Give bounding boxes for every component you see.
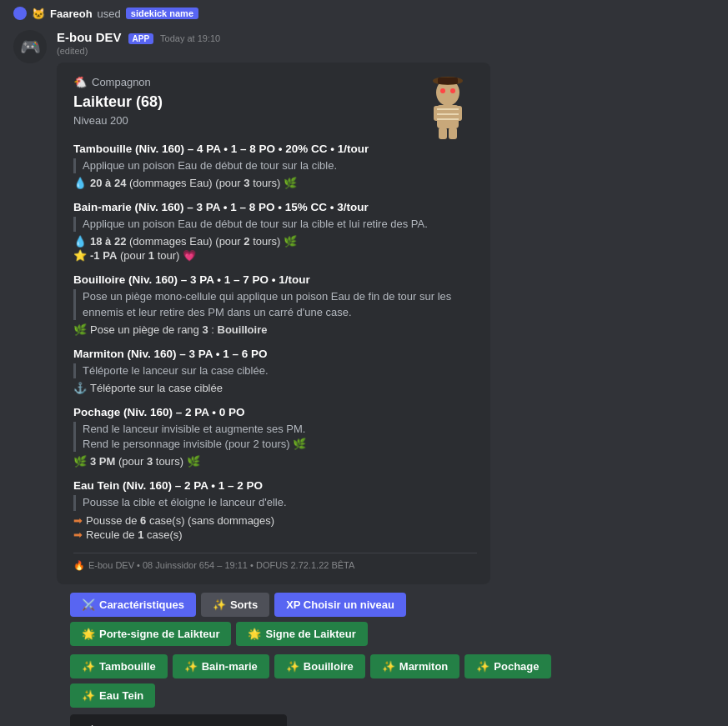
user-avatar-small — [13, 7, 27, 20]
pet-level: Niveau 200 — [73, 114, 163, 127]
app-badge: APP — [128, 33, 154, 44]
message-content: E-bou DEV APP Today at 19:10 (edited) 🐔 … — [57, 30, 715, 726]
sorts-icon: ✨ — [213, 598, 226, 611]
sorts-button[interactable]: ✨ Sorts — [201, 593, 269, 617]
spell-effect-2b: ⭐ -1 PA (pour 1 tour) 💗 — [73, 249, 477, 262]
message-header: E-bou DEV APP Today at 19:10 — [57, 30, 715, 44]
companion-icon: 🐔 — [73, 76, 87, 88]
spell-title-4: Marmiton (Niv. 160) – 3 PA • 1 – 6 PO — [73, 348, 477, 360]
spells-container: Tambouille (Niv. 160) – 4 PA • 1 – 8 PO … — [73, 143, 477, 541]
footer-icon: 🔥 — [73, 560, 85, 571]
spell-title-5: Pochage (Niv. 160) – 2 PA • 0 PO — [73, 406, 477, 418]
spell-buttons-row: ✨ Tambouille ✨ Bain-marie ✨ Bouilloire ✨… — [57, 654, 624, 678]
signe-button[interactable]: 🌟 Signe de Laikteur — [236, 622, 367, 646]
spell-bouilloire: Bouilloire (Niv. 160) – 3 PA • 1 – 7 PO … — [73, 273, 477, 335]
bot-name: E-bou DEV — [57, 30, 122, 44]
spell-desc-6: Pousse la cible et éloigne le lanceur d'… — [73, 495, 477, 510]
spell-btn-marmiton[interactable]: ✨ Marmiton — [370, 654, 460, 678]
spell-title-6: Eau Tein (Niv. 160) – 2 PA • 1 – 2 PO — [73, 479, 477, 492]
chevron-down-icon: ▾ — [269, 723, 274, 727]
porte-signe-button[interactable]: 🌟 Porte-signe de Laikteur — [70, 622, 231, 646]
spell-effect-5: 🌿 3 PM (pour 3 tours) 🌿 — [73, 455, 477, 468]
spell-tambouille: Tambouille (Niv. 160) – 4 PA • 1 – 8 PO … — [73, 143, 477, 189]
dropdown-value: Niveau 200 — [83, 723, 142, 727]
xp-button[interactable]: XP Choisir un niveau — [274, 593, 406, 617]
spell-title-2: Bain-marie (Niv. 160) – 3 PA • 1 – 8 PO … — [73, 201, 477, 213]
spell-title-3: Bouilloire (Niv. 160) – 3 PA • 1 – 7 PO … — [73, 273, 477, 286]
caracteristiques-button[interactable]: ⚔️ Caractéristiques — [70, 593, 196, 617]
companion-card: 🐔 Compagnon Laikteur (68) Niveau 200 — [57, 63, 490, 584]
spell-btn-icon-4: ✨ — [382, 660, 395, 673]
timestamp: Today at 19:10 — [160, 33, 220, 43]
pet-image — [419, 76, 477, 143]
svg-point-9 — [440, 88, 445, 93]
edited-label: (edited) — [57, 46, 715, 56]
spell-btn-icon-1: ✨ — [82, 660, 95, 673]
spell-pochage: Pochage (Niv. 160) – 2 PA • 0 PO Rend le… — [73, 406, 477, 468]
spell-effect-2a: 💧 18 à 22 (dommages Eau) (pour 2 tours) … — [73, 235, 477, 248]
svg-point-10 — [450, 88, 455, 93]
signe-icon: 🌟 — [248, 628, 261, 640]
spell-marmiton: Marmiton (Niv. 160) – 3 PA • 1 – 6 PO Té… — [73, 348, 477, 394]
card-header: 🐔 Compagnon Laikteur (68) Niveau 200 — [73, 76, 477, 143]
spell-title-1: Tambouille (Niv. 160) – 4 PA • 1 – 8 PO … — [73, 143, 477, 155]
spell-eau-tein: Eau Tein (Niv. 160) – 2 PA • 1 – 2 PO Po… — [73, 479, 477, 540]
spell-effect-6b: ➡ Recule de 1 case(s) — [73, 528, 477, 541]
spell-desc-5: Rend le lanceur invisible et augmente se… — [73, 422, 477, 452]
spell-buttons-row-2: ✨ Eau Tein — [57, 683, 624, 708]
user-name: Faareoh — [50, 8, 93, 20]
spell-effect-3: 🌿 Pose un piège de rang 3 : Bouilloire — [73, 323, 477, 336]
message-area: 🎮 E-bou DEV APP Today at 19:10 (edited) … — [0, 23, 728, 726]
companion-label: 🐔 Compagnon — [73, 76, 163, 88]
pet-title: Laikteur (68) — [73, 93, 163, 111]
svg-rect-12 — [438, 78, 458, 84]
porte-signe-icon: 🌟 — [82, 628, 95, 640]
spell-btn-icon-2: ✨ — [184, 660, 198, 673]
avatar: 🎮 — [13, 30, 47, 63]
svg-rect-4 — [439, 128, 447, 139]
spell-btn-bouilloire[interactable]: ✨ Bouilloire — [274, 654, 365, 678]
sidekick-badge: sidekick name — [126, 8, 198, 19]
svg-rect-5 — [449, 128, 457, 139]
spell-btn-eau-tein[interactable]: ✨ Eau Tein — [70, 683, 155, 708]
action-text: used — [98, 8, 121, 20]
user-icon: 🐱 — [32, 8, 45, 20]
spell-desc-2: Applique un poison Eau de début de tour … — [73, 217, 477, 232]
spell-effect-4: ⚓ Téléporte sur la case ciblée — [73, 382, 477, 394]
spell-desc-1: Applique un poison Eau de début de tour … — [73, 158, 477, 173]
niveau-dropdown[interactable]: Niveau 200 ▾ — [70, 714, 287, 727]
spell-effect-1: 💧 20 à 24 (dommages Eau) (pour 3 tours) … — [73, 177, 477, 189]
spell-btn-pochage[interactable]: ✨ Pochage — [464, 654, 550, 678]
spell-btn-icon-6: ✨ — [82, 689, 95, 702]
spell-desc-3: Pose un piège mono-cellule qui applique … — [73, 289, 477, 319]
top-bar: 🐱 Faareoh used sidekick name — [0, 0, 728, 23]
spell-btn-icon-5: ✨ — [476, 660, 490, 673]
spell-btn-tambouille[interactable]: ✨ Tambouille — [70, 654, 168, 678]
card-footer: 🔥 E-bou DEV • 08 Juinssidor 654 – 19:11 … — [73, 553, 477, 571]
dropdown-row: Niveau 200 ▾ — [57, 708, 715, 727]
buttons-area: ⚔️ Caractéristiques ✨ Sorts XP Choisir u… — [57, 584, 515, 654]
caracteristiques-icon: ⚔️ — [82, 598, 95, 611]
spell-btn-bain-marie[interactable]: ✨ Bain-marie — [173, 654, 269, 678]
spell-desc-4: Téléporte le lanceur sur la case ciblée. — [73, 363, 477, 378]
spell-bain-marie: Bain-marie (Niv. 160) – 3 PA • 1 – 8 PO … — [73, 201, 477, 262]
card-header-left: 🐔 Compagnon Laikteur (68) Niveau 200 — [73, 76, 163, 135]
spell-btn-icon-3: ✨ — [286, 660, 299, 673]
footer-text: E-bou DEV • 08 Juinssidor 654 – 19:11 • … — [88, 560, 354, 570]
spell-effect-6a: ➡ Pousse de 6 case(s) (sans dommages) — [73, 514, 477, 527]
